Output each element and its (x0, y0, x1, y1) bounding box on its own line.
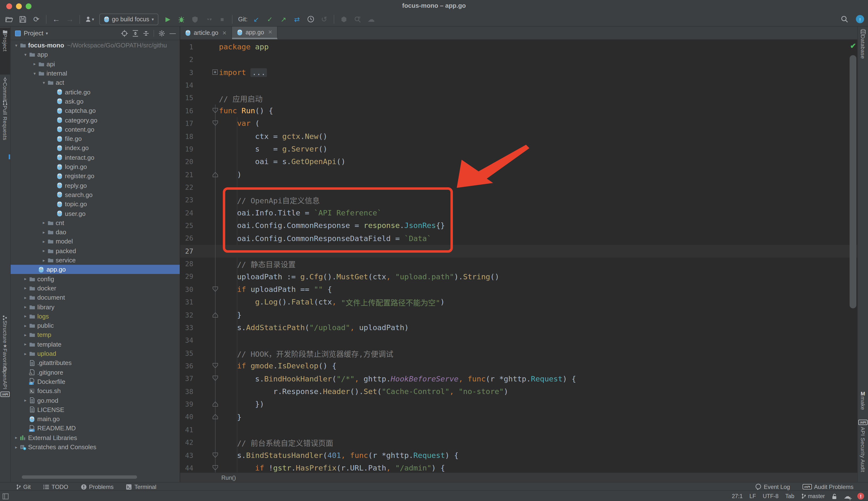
sidebar-item-api-security-audit[interactable]: /API API Security Audit (858, 420, 868, 472)
tree-item-model[interactable]: ▸model (11, 237, 180, 246)
chevron-right-icon[interactable]: ▸ (41, 248, 46, 253)
toolwindow-problems[interactable]: Problems (81, 483, 114, 490)
cloud-settings-icon[interactable]: ☁ (844, 492, 850, 500)
tree-item-config[interactable]: ▸config (11, 274, 180, 284)
chevron-right-icon[interactable]: ▸ (23, 276, 28, 281)
chevron-right-icon[interactable]: ▸ (23, 295, 28, 300)
line-number[interactable]: 15 (180, 92, 193, 105)
fold-marker-dn[interactable] (212, 363, 218, 369)
tree-item-main.go[interactable]: main.go (11, 414, 180, 424)
line-number[interactable]: 14 (180, 79, 193, 92)
tree-item-focus.sh[interactable]: focus.sh (11, 386, 180, 396)
git-history-icon[interactable] (305, 14, 316, 24)
code-line-24[interactable]: oai.Info.Title = `API Reference` (219, 206, 382, 219)
code-line-18[interactable]: ctx = gctx.New() (219, 130, 327, 143)
tree-item-upload[interactable]: ▸upload (11, 349, 180, 359)
close-icon[interactable]: ✕ (268, 29, 272, 35)
git-rollback-icon[interactable]: ↺ (319, 14, 330, 24)
open-folder-icon[interactable] (4, 14, 14, 24)
code-line-40[interactable]: } (219, 411, 241, 424)
tab-article-go[interactable]: article.go✕ (180, 26, 232, 39)
git-merge-icon[interactable]: ⇄ (292, 14, 302, 24)
cloud-icon[interactable]: ☁ (366, 14, 376, 24)
tree-item-template[interactable]: ▸template (11, 340, 180, 349)
forward-icon[interactable]: → (64, 14, 75, 24)
chevron-right-icon[interactable]: ▸ (23, 398, 28, 403)
tree-item-topic.go[interactable]: topic.go (11, 200, 180, 209)
indent-style[interactable]: Tab (785, 493, 794, 499)
tree-item-article.go[interactable]: article.go (11, 87, 180, 97)
sidebar-item-structure[interactable]: Structure (0, 315, 10, 343)
tree-item-docker[interactable]: ▸docker (11, 284, 180, 293)
gear-icon[interactable] (158, 30, 165, 36)
back-icon[interactable]: ← (51, 14, 62, 24)
line-number[interactable]: 16 (180, 105, 193, 117)
toolwindow-todo[interactable]: TODO (43, 483, 68, 490)
locate-icon[interactable] (121, 30, 128, 36)
code-line-43[interactable]: s.BindStatusHandler(401, func(r *ghttp.R… (219, 449, 459, 462)
fold-marker-dn[interactable] (212, 465, 218, 471)
profiler-icon[interactable]: ◔▾ (203, 14, 214, 24)
toolwindow-git[interactable]: Git (16, 483, 31, 490)
chevron-right-icon[interactable]: ▸ (23, 286, 28, 291)
chevron-right-icon[interactable]: ▸ (41, 230, 46, 235)
code-line-17[interactable]: var ( (219, 117, 260, 130)
tree-item-file.go[interactable]: file.go (11, 134, 180, 143)
code-line-26[interactable]: oai.Config.CommonResponseDataField = `Da… (219, 232, 431, 245)
tree-item-content.go[interactable]: content.go (11, 125, 180, 134)
stop-icon[interactable]: ■ (217, 14, 227, 24)
tree-item-dockerfile[interactable]: DDockerfile (11, 377, 180, 386)
code-line-20[interactable]: oai = s.GetOpenApi() (219, 156, 346, 168)
tree-item-internal[interactable]: ▾internal (11, 69, 180, 78)
lock-icon[interactable] (832, 493, 837, 499)
tree-item-library[interactable]: ▸library (11, 302, 180, 312)
code-line-44[interactable]: if !gstr.HasPrefix(r.URL.Path, "/admin")… (219, 462, 445, 472)
tree-item-app.go[interactable]: app.go (11, 265, 180, 274)
code-line-42[interactable]: // 前台系统自定义错误页面 (219, 436, 333, 449)
sidebar-item-database[interactable]: Database (858, 29, 868, 59)
git-update-icon[interactable]: ↙ (251, 14, 262, 24)
toolwindow-event-log[interactable]: Event Log (755, 483, 790, 490)
line-number[interactable]: 19 (180, 143, 193, 156)
line-number[interactable]: 38 (180, 385, 193, 398)
code-line-16[interactable]: func Run() { (219, 105, 273, 117)
chevron-right-icon[interactable]: ▸ (23, 323, 28, 328)
line-number[interactable]: 29 (180, 270, 193, 283)
search-everywhere-icon[interactable] (839, 14, 850, 24)
chevron-right-icon[interactable]: ▸ (32, 62, 37, 66)
code-editor[interactable]: ✔ 1package app23import ...1415// 应用启动16f… (180, 40, 857, 472)
line-number[interactable]: 26 (180, 232, 193, 245)
code-line-23[interactable]: // OpenApi自定义信息 (219, 194, 320, 207)
toolwindow-audit-problems[interactable]: /API Audit Problems (803, 483, 854, 490)
code-line-19[interactable]: s = g.Server() (219, 143, 327, 156)
line-number[interactable]: 36 (180, 360, 193, 373)
code-line-38[interactable]: r.Response.Header().Set("Cache-Control",… (219, 385, 508, 398)
fold-marker-up[interactable] (212, 171, 218, 178)
project-panel-header[interactable]: Project ▾ — (11, 26, 180, 40)
caret-position[interactable]: 27:1 (732, 493, 743, 499)
tab-app-go[interactable]: app.go✕ (232, 26, 278, 39)
code-line-29[interactable]: uploadPath := g.Cfg().MustGet(ctx, "uplo… (219, 270, 499, 283)
tree-item-packed[interactable]: ▸packed (11, 246, 180, 256)
collapse-all-icon[interactable] (143, 30, 149, 36)
save-icon[interactable] (18, 14, 28, 24)
tree-item-focus-mono[interactable]: ▾focus-mono~/Workspace/Go/GOPATH/src/git… (11, 41, 180, 50)
line-number[interactable]: 44 (180, 462, 193, 472)
line-number[interactable]: 37 (180, 373, 193, 385)
tree-item-license[interactable]: LICENSE (11, 405, 180, 414)
fold-marker-up[interactable] (212, 311, 218, 318)
line-number[interactable]: 42 (180, 436, 193, 449)
tree-item-register.go[interactable]: register.go (11, 171, 180, 181)
code-line-31[interactable]: g.Log().Fatal(ctx, "文件上传配置路径不能为空") (219, 296, 445, 309)
fold-marker-plus[interactable] (212, 69, 218, 75)
tree-item-interact.go[interactable]: interact.go (11, 153, 180, 162)
fold-marker-dn[interactable] (212, 120, 218, 126)
tree-item-logs[interactable]: ▸logs (11, 311, 180, 321)
chevron-down-icon[interactable]: ▾ (41, 81, 46, 85)
search-history-icon[interactable] (352, 14, 363, 24)
line-number[interactable]: 32 (180, 309, 193, 321)
code-line-39[interactable]: }) (219, 398, 264, 411)
tree-item-go.mod[interactable]: ▸go.mod (11, 396, 180, 405)
fold-marker-dn[interactable] (212, 375, 218, 382)
expand-all-icon[interactable] (132, 30, 138, 36)
